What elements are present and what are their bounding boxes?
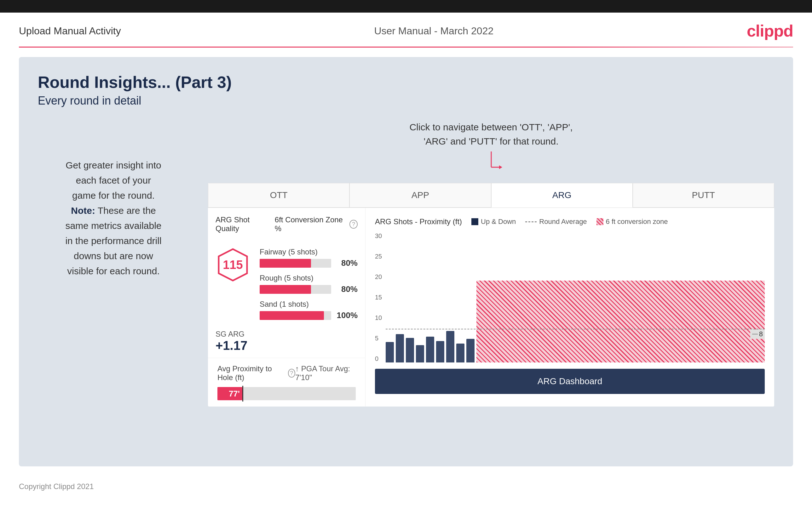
bar-columns <box>386 274 765 362</box>
chart-panel: ARG Shots - Proximity (ft) Up & Down Rou… <box>365 208 774 406</box>
y-label-15: 15 <box>375 294 382 301</box>
manual-label: User Manual - March 2022 <box>374 25 494 37</box>
dashed-value: 8 <box>750 329 765 339</box>
description-box: Get greater insight into each facet of y… <box>38 152 189 285</box>
hexagon-shots-container: 115 Fairway (5 shots) <box>208 247 365 358</box>
bar-col-0 <box>386 274 394 362</box>
proximity-label-text: Avg Proximity to Hole (ft) <box>217 364 286 382</box>
bar-col-8 <box>466 274 474 362</box>
tab-putt[interactable]: PUTT <box>633 183 774 208</box>
proximity-bar-bg: 77' <box>217 387 356 400</box>
chart-title: ARG Shots - Proximity (ft) <box>375 217 462 226</box>
bar-col-last <box>476 274 765 362</box>
shot-bar-fill-2 <box>260 311 324 320</box>
left-section: Get greater insight into each facet of y… <box>38 120 189 285</box>
annotation-arrow <box>478 152 504 177</box>
page-subtitle: Every round in detail <box>38 94 774 107</box>
legend-conversion: 6 ft conversion zone <box>597 218 668 226</box>
clippd-logo: clippd <box>747 21 793 40</box>
shot-bar-fill-1 <box>260 285 311 294</box>
tab-ott[interactable]: OTT <box>208 183 349 208</box>
pga-avg: ↑ PGA Tour Avg: 7'10" <box>295 364 356 382</box>
bar-col-1 <box>396 274 404 362</box>
bar-5 <box>436 341 444 362</box>
shot-bar-container-1: 80% <box>260 284 358 294</box>
quality-label: ARG Shot Quality <box>215 215 270 233</box>
main-content: Round Insights... (Part 3) Every round i… <box>19 57 793 466</box>
stats-header: ARG Shot Quality 6ft Conversion Zone % ? <box>208 208 365 238</box>
card-panel: OTT APP ARG PUTT ARG Shot Quality 6ft Co… <box>208 183 774 406</box>
desc-line6: in the performance drill <box>65 235 161 246</box>
shot-bar-container-0: 80% <box>260 258 358 268</box>
shot-label-2: Sand (1 shots) <box>260 300 358 308</box>
sg-label: SG ARG <box>215 330 358 339</box>
desc-line5: same metrics available <box>65 220 161 231</box>
shot-bar-bg-2 <box>260 311 331 320</box>
header: Upload Manual Activity User Manual - Mar… <box>0 13 812 47</box>
top-bar <box>0 0 812 13</box>
legend-dash-swatch <box>525 221 537 222</box>
sg-section: SG ARG +1.17 <box>215 330 358 353</box>
legend-round-avg-label: Round Average <box>539 218 587 226</box>
shot-label-1: Rough (5 shots) <box>260 274 358 282</box>
upload-label: Upload Manual Activity <box>19 25 121 37</box>
y-label-10: 10 <box>375 314 382 322</box>
navigate-hint: Click to navigate between 'OTT', 'APP', … <box>409 120 572 148</box>
description-text: Get greater insight into each facet of y… <box>38 158 189 279</box>
desc-note: Note: <box>71 205 95 216</box>
page-title: Round Insights... (Part 3) <box>38 73 774 92</box>
legend-updown: Up & Down <box>471 218 516 226</box>
header-divider <box>19 47 793 48</box>
bar-3 <box>416 345 424 362</box>
bar-2 <box>406 338 414 362</box>
shot-bars: Fairway (5 shots) 80% <box>260 247 358 320</box>
chart-area: 0 5 10 15 20 25 30 <box>375 232 765 362</box>
y-label-25: 25 <box>375 253 382 260</box>
proximity-info-icon[interactable]: ? <box>288 369 296 378</box>
shot-pct-2: 100% <box>336 311 358 320</box>
shot-bar-bg-1 <box>260 285 331 294</box>
conversion-label: 6ft Conversion Zone % <box>275 215 344 233</box>
bars-container: 8 <box>386 232 765 362</box>
bar-col-7 <box>456 274 464 362</box>
proximity-label: Avg Proximity to Hole (ft) ? <box>217 364 295 382</box>
bar-col-2 <box>406 274 414 362</box>
hexagon-value: 115 <box>223 258 243 272</box>
hexagon-badge: 115 <box>215 247 250 282</box>
bar-0 <box>386 342 394 362</box>
bar-8 <box>466 339 474 362</box>
proximity-bar-text: 77' <box>229 389 240 399</box>
chart-header: ARG Shots - Proximity (ft) Up & Down Rou… <box>375 217 765 226</box>
sg-value: +1.17 <box>215 339 358 353</box>
hint-line1: Click to navigate between 'OTT', 'APP', <box>409 122 572 132</box>
info-icon[interactable]: ? <box>349 220 358 229</box>
desc-line2: each facet of your <box>76 175 151 185</box>
tab-bar: OTT APP ARG PUTT <box>208 183 774 208</box>
arg-dashboard-button[interactable]: ARG Dashboard <box>375 369 765 394</box>
footer: Copyright Clippd 2021 <box>0 476 812 497</box>
shot-label-0: Fairway (5 shots) <box>260 247 358 256</box>
y-axis: 0 5 10 15 20 25 30 <box>375 232 382 362</box>
card-body: ARG Shot Quality 6ft Conversion Zone % ? <box>208 208 774 406</box>
desc-line3: game for the round. <box>72 190 155 201</box>
desc-line7: downs but are now <box>74 251 153 261</box>
desc-line1: Get greater insight into <box>65 160 161 170</box>
shot-row-1: Rough (5 shots) 80% <box>260 274 358 294</box>
shot-pct-1: 80% <box>336 284 358 294</box>
shot-row-0: Fairway (5 shots) 80% <box>260 247 358 268</box>
proximity-bar-fill: 77' <box>217 387 242 400</box>
legend-hatch-swatch <box>597 218 603 225</box>
tab-arg[interactable]: ARG <box>491 183 633 208</box>
copyright: Copyright Clippd 2021 <box>19 482 94 491</box>
tab-app[interactable]: APP <box>349 183 491 208</box>
desc-line4: These are the <box>95 205 156 216</box>
y-label-20: 20 <box>375 273 382 281</box>
y-label-30: 30 <box>375 232 382 240</box>
shot-bar-container-2: 100% <box>260 311 358 320</box>
bar-4 <box>426 337 434 362</box>
bar-col-4 <box>426 274 434 362</box>
legend-updown-swatch <box>471 218 478 225</box>
dashed-line: 8 <box>386 329 765 339</box>
hexagon-container: 115 Fairway (5 shots) <box>215 247 358 320</box>
proximity-section: Avg Proximity to Hole (ft) ? ↑ PGA Tour … <box>208 358 365 406</box>
